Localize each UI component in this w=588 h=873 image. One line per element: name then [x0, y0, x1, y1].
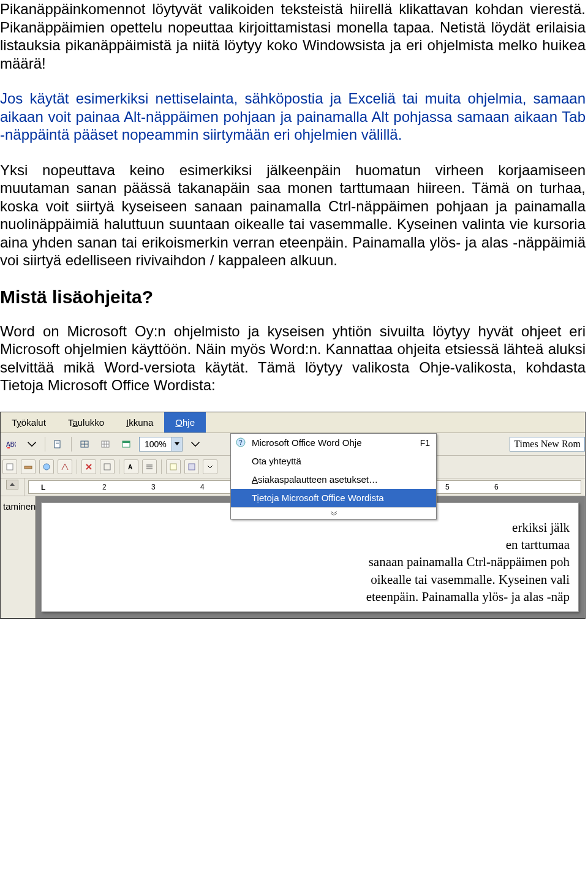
svg-text:?: ?	[239, 439, 243, 446]
ruler-number: 5	[445, 483, 450, 491]
paragraph-2-highlighted: Jos käytät esimerkiksi nettiselainta, sä…	[0, 89, 586, 144]
svg-text:ABC: ABC	[6, 441, 16, 448]
paragraph-1: Pikanäppäinkomennot löytyvät valikoiden …	[0, 0, 586, 72]
insert-worksheet-icon[interactable]	[118, 436, 134, 452]
tool-icon[interactable]	[21, 459, 36, 474]
spellcheck-icon[interactable]: ABC	[3, 436, 19, 452]
zoom-dropdown-arrow-icon[interactable]	[172, 437, 182, 451]
menu-item-feedback-settings[interactable]: Asiakaspalautteen asetukset…	[231, 471, 436, 489]
menu-item-word-help[interactable]: ? Microsoft Office Word Ohje F1	[231, 434, 436, 452]
scroll-up-arrow-icon[interactable]	[6, 480, 18, 489]
ruler-tab-marker: L	[41, 483, 45, 492]
svg-rect-2	[56, 442, 59, 442]
tool-icon[interactable]	[2, 459, 17, 474]
doc-text-line: en tarttumaa	[50, 536, 570, 553]
toolbar-separator	[161, 459, 162, 474]
ruler-number: 4	[200, 483, 205, 491]
svg-rect-12	[123, 441, 130, 443]
help-dropdown-menu: ? Microsoft Office Word Ohje F1 Ota yhte…	[230, 433, 437, 520]
svg-rect-15	[7, 464, 13, 470]
svg-point-17	[43, 464, 50, 470]
doc-text-line: eteenpäin. Painamalla ylös- ja alas -näp	[50, 588, 570, 605]
toolbar-dropdown-arrow-icon[interactable]	[203, 459, 217, 474]
ruler-number: 3	[151, 483, 156, 491]
font-combobox[interactable]: Times New Rom	[510, 437, 585, 452]
font-name: Times New Rom	[514, 439, 581, 450]
tool-icon[interactable]	[142, 459, 157, 474]
heading-more-help: Mistä lisäohjeita?	[0, 287, 586, 308]
ruler-number: 6	[494, 483, 499, 491]
research-icon[interactable]	[50, 436, 66, 452]
menu-item-label: Asiakaspalautteen asetukset…	[252, 474, 378, 485]
svg-rect-23	[170, 464, 176, 470]
menu-item-label: Tietoja Microsoft Office Wordista	[252, 493, 384, 503]
help-bubble-icon: ?	[235, 437, 247, 449]
paragraph-3: Yksi nopeuttava keino esimerkiksi jälkee…	[0, 161, 586, 270]
doc-text-line: oikealle tai vasemmalle. Kyseinen vali	[50, 571, 570, 588]
tool-icon[interactable]	[184, 459, 199, 474]
svg-rect-3	[56, 444, 59, 444]
menu-expand-chevron-icon[interactable]	[231, 507, 436, 519]
tool-icon[interactable]: A	[124, 459, 138, 474]
tables-borders-icon[interactable]	[77, 436, 92, 452]
menu-item-about-word[interactable]: Tietoja Microsoft Office Wordista	[231, 489, 436, 507]
word-menubar: Työkalut Taulukko Ikkuna Ohje	[1, 412, 585, 433]
menu-window[interactable]: Ikkuna	[115, 412, 164, 433]
menu-item-shortcut: F1	[408, 438, 430, 448]
vertical-scroll-buttons	[1, 478, 24, 496]
menu-item-contact[interactable]: Ota yhteyttä	[231, 452, 436, 471]
svg-text:A: A	[128, 464, 132, 471]
outline-label: taminen	[3, 501, 36, 512]
menu-item-label: Ota yhteyttä	[252, 456, 301, 466]
menu-item-label: Microsoft Office Word Ohje	[252, 437, 362, 448]
doc-text-line: erkiksi jälk	[50, 519, 570, 536]
menu-help[interactable]: Ohje	[164, 412, 206, 433]
doc-text-line: sanaan painamalla Ctrl-näppäimen poh	[50, 553, 570, 570]
svg-rect-18	[104, 464, 110, 470]
insert-table-icon[interactable]	[97, 436, 113, 452]
tool-icon[interactable]	[39, 459, 54, 474]
paragraph-4: Word on Microsoft Oy:n ohjelmisto ja kys…	[0, 322, 586, 395]
toolbar-separator	[71, 437, 72, 452]
ruler-number: 2	[102, 483, 107, 491]
tool-icon[interactable]	[100, 459, 115, 474]
toolbar-separator	[119, 459, 119, 474]
toolbar-dropdown-arrow-icon[interactable]	[187, 436, 203, 452]
menu-table[interactable]: Taulukko	[57, 412, 115, 433]
toolbar-separator	[45, 437, 45, 452]
svg-rect-24	[189, 464, 195, 470]
outline-pane-fragment: taminen	[1, 496, 36, 619]
tool-icon[interactable]	[81, 459, 96, 474]
zoom-value: 100%	[140, 439, 172, 449]
zoom-combobox[interactable]: 100%	[139, 437, 183, 452]
tool-icon[interactable]	[58, 459, 72, 474]
word-screenshot: Työkalut Taulukko Ikkuna Ohje ABC	[0, 412, 586, 619]
toolbar-separator	[77, 459, 77, 474]
tool-icon[interactable]	[166, 459, 181, 474]
word-toolbar-standard: ABC 100%	[1, 433, 585, 456]
menu-tools[interactable]: Työkalut	[1, 412, 57, 433]
svg-rect-16	[24, 466, 32, 469]
toolbar-dropdown-arrow-icon[interactable]	[24, 436, 40, 452]
